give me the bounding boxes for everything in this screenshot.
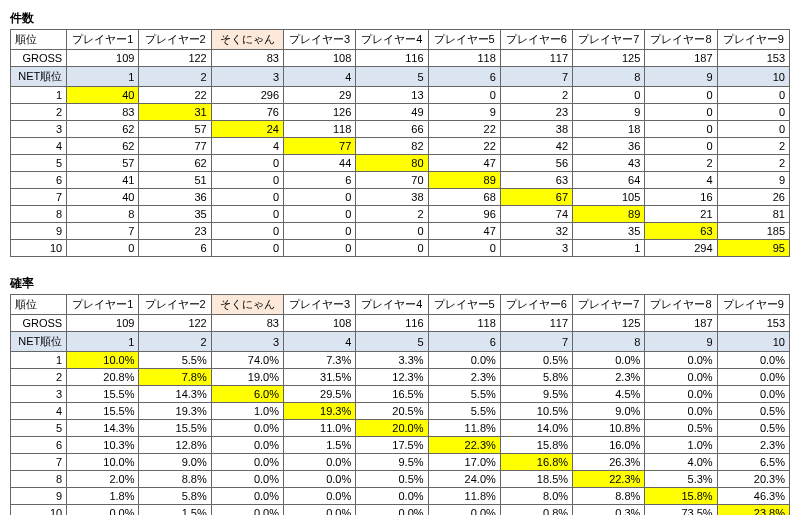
rank-cell: 5 [11,155,67,172]
data-cell: 0.0% [211,471,283,488]
data-cell: 0 [717,121,789,138]
gross-cell: 83 [211,315,283,332]
data-cell: 22 [139,87,211,104]
data-cell: 9 [428,104,500,121]
data-cell: 0.5% [500,352,572,369]
data-cell: 20.8% [67,369,139,386]
data-cell: 20.0% [356,420,428,437]
data-cell: 23 [500,104,572,121]
data-cell: 1.0% [211,403,283,420]
data-cell: 21 [645,206,717,223]
gross-cell: 187 [645,315,717,332]
data-cell: 8.8% [139,471,211,488]
data-cell: 0.0% [211,505,283,516]
netrank-cell: 2 [139,332,211,352]
data-cell: 8.8% [573,488,645,505]
data-cell: 73.5% [645,505,717,516]
data-cell: 22 [428,138,500,155]
data-cell: 7 [67,223,139,240]
data-cell: 2.0% [67,471,139,488]
rank-cell: 9 [11,223,67,240]
data-cell: 0.0% [284,471,356,488]
data-cell: 31.5% [284,369,356,386]
gross-cell: 122 [139,315,211,332]
data-cell: 6 [284,172,356,189]
rank-cell: 7 [11,189,67,206]
data-cell: 22.3% [573,471,645,488]
player-header: プレイヤー6 [500,30,572,50]
data-cell: 2 [645,155,717,172]
data-cell: 7.3% [284,352,356,369]
netrank-cell: 6 [428,332,500,352]
data-cell: 74.0% [211,352,283,369]
data-cell: 17.5% [356,437,428,454]
data-cell: 0 [356,240,428,257]
data-cell: 4.0% [645,454,717,471]
data-cell: 0.0% [211,454,283,471]
player-header: プレイヤー8 [645,295,717,315]
netrank-cell: 5 [356,67,428,87]
data-cell: 29 [284,87,356,104]
netrank-cell: 2 [139,67,211,87]
data-cell: 22 [428,121,500,138]
data-cell: 0 [428,240,500,257]
data-cell: 80 [356,155,428,172]
player-header: プレイヤー8 [645,30,717,50]
netrank-cell: 1 [67,67,139,87]
data-cell: 83 [67,104,139,121]
data-cell: 23 [139,223,211,240]
rank-cell: 6 [11,172,67,189]
data-cell: 24 [211,121,283,138]
player-header: プレイヤー9 [717,30,789,50]
rate-table: 順位プレイヤー1プレイヤー2そくにゃんプレイヤー3プレイヤー4プレイヤー5プレイ… [10,294,790,515]
data-cell: 3.3% [356,352,428,369]
netrank-cell: 1 [67,332,139,352]
rank-cell: 10 [11,505,67,516]
data-cell: 0.0% [717,386,789,403]
data-cell: 105 [573,189,645,206]
data-cell: 36 [139,189,211,206]
data-cell: 47 [428,155,500,172]
data-cell: 89 [573,206,645,223]
data-cell: 0.0% [67,505,139,516]
data-cell: 11.0% [284,420,356,437]
data-cell: 0.0% [717,352,789,369]
data-cell: 26.3% [573,454,645,471]
data-cell: 10.8% [573,420,645,437]
data-cell: 0 [211,189,283,206]
data-cell: 57 [139,121,211,138]
data-cell: 19.0% [211,369,283,386]
data-cell: 0.0% [211,437,283,454]
data-cell: 0 [717,87,789,104]
data-cell: 0 [211,240,283,257]
data-cell: 62 [67,121,139,138]
data-cell: 0 [645,104,717,121]
data-cell: 0 [717,104,789,121]
data-cell: 13 [356,87,428,104]
data-cell: 10.5% [500,403,572,420]
data-cell: 10.0% [67,454,139,471]
gross-cell: 118 [428,50,500,67]
data-cell: 63 [645,223,717,240]
rank-cell: 3 [11,386,67,403]
gross-cell: 108 [284,315,356,332]
netrank-cell: 4 [284,332,356,352]
data-cell: 23.8% [717,505,789,516]
data-cell: 10.3% [67,437,139,454]
data-cell: 4.5% [573,386,645,403]
data-cell: 0 [284,240,356,257]
netrank-label: NET順位 [11,67,67,87]
rank-cell: 7 [11,454,67,471]
data-cell: 0.5% [717,403,789,420]
data-cell: 2 [356,206,428,223]
data-cell: 0 [284,189,356,206]
data-cell: 15.5% [139,420,211,437]
data-cell: 0.0% [356,505,428,516]
data-cell: 118 [284,121,356,138]
gross-label: GROSS [11,50,67,67]
data-cell: 20.5% [356,403,428,420]
netrank-cell: 9 [645,67,717,87]
data-cell: 36 [573,138,645,155]
data-cell: 0.0% [717,369,789,386]
rank-cell: 2 [11,104,67,121]
